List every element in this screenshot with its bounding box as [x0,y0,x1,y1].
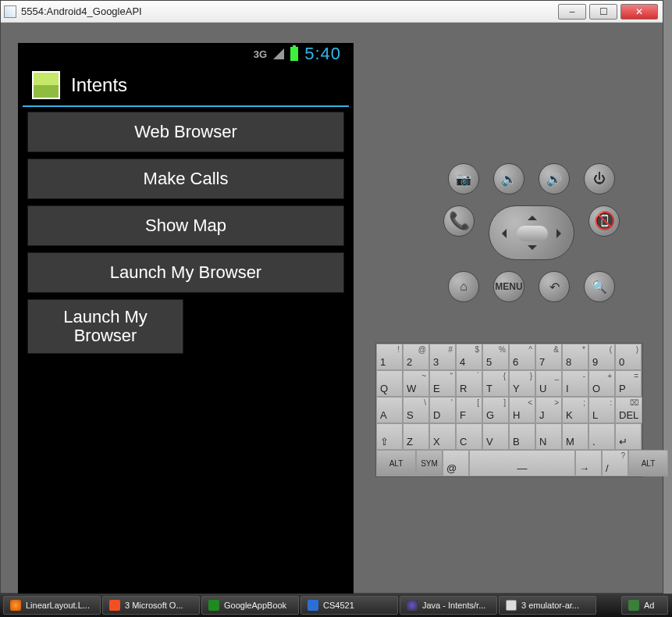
dpad-right-icon[interactable] [556,229,566,238]
power-button[interactable]: ⏻ [584,163,615,194]
key-q[interactable]: Q [376,370,403,397]
app-bar: Intents [23,65,349,107]
taskbar-item[interactable]: CS4521 [300,596,398,615]
key-⇧[interactable]: ⇧ [376,423,403,450]
volume-up-button[interactable]: 🔊 [539,163,570,194]
key-8[interactable]: 8* [562,344,588,370]
key-e[interactable]: E“ [429,370,456,397]
taskbar-item[interactable]: 3 emulator-ar... [499,596,596,615]
dreamweaver-icon [628,600,639,611]
taskbar-item[interactable]: GoogleAppBook [201,596,299,615]
key-i[interactable]: I- [562,370,588,397]
key-d[interactable]: D' [429,397,456,423]
key-4[interactable]: 4$ [456,344,482,370]
window-titlebar[interactable]: 5554:Android4_GoogleAPI – ☐ ✕ [1,1,663,23]
app-title: Intents [71,74,127,96]
clock: 5:40 [304,44,341,64]
camera-button[interactable]: 📷 [448,163,479,194]
back-button[interactable]: ↶ [539,271,570,302]
key-3[interactable]: 3# [429,344,456,370]
key-p[interactable]: P= [615,370,642,397]
key-f[interactable]: F[ [456,397,482,423]
window-maximize-button[interactable]: ☐ [589,4,617,20]
key-g[interactable]: G] [482,397,509,423]
side-panel: 📷 🔈 🔊 ⏻ 📞 📵 [360,23,663,593]
key-z[interactable]: Z [403,423,429,450]
key-9[interactable]: 9( [588,344,615,370]
web-browser-button[interactable]: Web Browser [27,112,344,152]
call-button[interactable]: 📞 [443,205,475,237]
key-0[interactable]: 0) [615,344,642,370]
key-a[interactable]: A [376,397,403,423]
key-h[interactable]: H< [509,397,535,423]
button-list: Web Browser Make Calls Show Map Launch M… [23,107,349,365]
search-button[interactable]: 🔍 [584,271,615,302]
key-7[interactable]: 7& [535,344,562,370]
key-2[interactable]: 2@ [403,344,429,370]
key-↵[interactable]: ↵ [615,423,642,450]
key-k[interactable]: K; [562,397,588,423]
key-v[interactable]: V [482,423,509,450]
kb-row-5: ALT SYM @ — → / ? ALT [376,450,642,476]
end-call-button[interactable]: 📵 [588,205,620,237]
dpad-left-icon[interactable] [497,229,507,238]
key-arrow[interactable]: → [575,450,602,476]
dpad[interactable] [489,205,574,260]
key-x[interactable]: X [429,423,456,450]
key-6[interactable]: 6^ [509,344,535,370]
taskbar-item[interactable]: LinearLayout.L... [3,596,101,615]
key-u[interactable]: U_ [535,370,562,397]
kb-row-3: AS\D'F[G]H<J>K;L:DEL⌧ [376,397,642,423]
key-alt-left[interactable]: ALT [376,450,416,476]
taskbar-item[interactable]: 3 Microsoft O... [102,596,200,615]
taskbar-item[interactable]: Java - Intents/r... [400,596,497,615]
window-close-button[interactable]: ✕ [620,4,658,20]
key-5[interactable]: 5% [482,344,509,370]
show-map-button[interactable]: Show Map [27,205,344,246]
key-space[interactable]: — [469,450,575,476]
key-n[interactable]: N [535,423,562,450]
key-at[interactable]: @ [443,450,469,476]
key-b[interactable]: B [509,423,535,450]
dpad-down-icon[interactable] [528,245,537,255]
key-.[interactable]: . [588,423,615,450]
key-slash[interactable]: / ? [602,450,628,476]
key-t[interactable]: T{ [482,370,509,397]
key-j[interactable]: J> [535,397,562,423]
launch-my-browser-button-2[interactable]: Launch My Browser [27,299,183,354]
dpad-up-icon[interactable] [528,211,537,220]
key-m[interactable]: M [562,423,588,450]
key-w[interactable]: W~ [403,370,429,397]
eclipse-icon [407,600,418,611]
volume-down-button[interactable]: 🔈 [493,163,524,194]
key-del[interactable]: DEL⌧ [615,397,642,423]
phone-screen: 3G 5:40 Intents Web Browser Make Calls S… [18,43,354,594]
key-sym[interactable]: SYM [416,450,443,476]
firefox-icon [10,600,21,611]
window-minimize-button[interactable]: – [558,4,586,20]
home-button[interactable]: ⌂ [448,271,479,302]
emulator-window: 5554:Android4_GoogleAPI – ☐ ✕ 3G 5:40 [0,0,663,594]
emulator-icon [506,600,517,611]
key-c[interactable]: C [456,423,482,450]
battery-icon [290,47,298,61]
phone-panel: 3G 5:40 Intents Web Browser Make Calls S… [1,23,360,593]
key-r[interactable]: R` [456,370,482,397]
dpad-center-button[interactable] [517,226,548,241]
app-launcher-icon [32,71,60,99]
key-y[interactable]: Y} [509,370,535,397]
key-s[interactable]: S\ [403,397,429,423]
launch-my-browser-button[interactable]: Launch My Browser [27,252,344,293]
windows-taskbar[interactable]: LinearLayout.L... 3 Microsoft O... Googl… [0,594,672,617]
key-l[interactable]: L: [588,397,615,423]
folder-icon [308,600,318,611]
network-label: 3G [254,48,267,60]
make-calls-button[interactable]: Make Calls [27,159,344,199]
key-alt-right[interactable]: ALT [628,450,668,476]
key-1[interactable]: 1! [376,344,403,370]
key-o[interactable]: O+ [588,370,615,397]
emulator-body: 3G 5:40 Intents Web Browser Make Calls S… [1,23,663,593]
menu-button[interactable]: MENU [493,271,524,302]
taskbar-item[interactable]: Ad [621,596,668,615]
kb-row-4: ⇧ZXCVBNM.↵ [376,423,642,450]
